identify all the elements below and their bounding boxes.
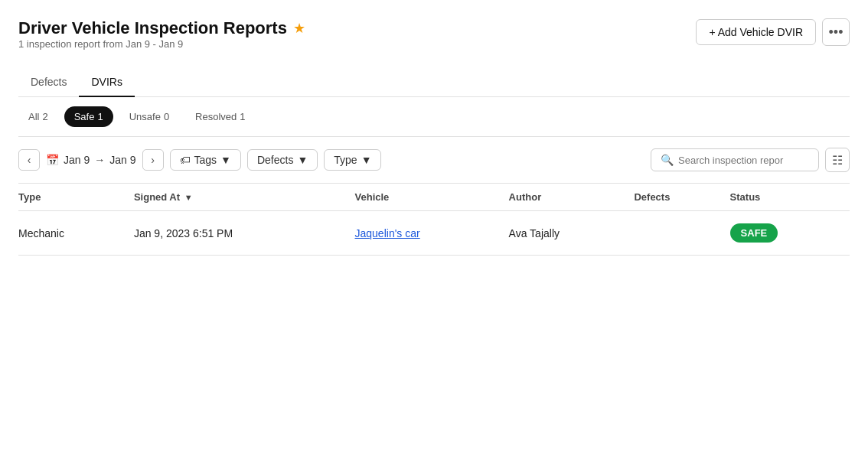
grid-view-button[interactable]: ☷ bbox=[825, 148, 850, 172]
tab-defects[interactable]: Defects bbox=[18, 68, 79, 97]
search-bar[interactable]: 🔍 bbox=[651, 148, 819, 171]
defects-chevron-icon: ▼ bbox=[297, 154, 308, 166]
date-from: Jan 9 bbox=[64, 154, 90, 166]
date-prev-button[interactable]: ‹ bbox=[18, 149, 40, 171]
toolbar: ‹ 📅 Jan 9 → Jan 9 › 🏷 Tags ▼ Defects ▼ T… bbox=[18, 137, 850, 184]
type-dropdown[interactable]: Type ▼ bbox=[324, 149, 381, 171]
filter-resolved-count: 1 bbox=[240, 111, 245, 122]
date-to: Jan 9 bbox=[109, 154, 135, 166]
date-range: 📅 Jan 9 → Jan 9 bbox=[46, 154, 136, 166]
filter-bar: All 2 Safe 1 Unsafe 0 Resolved 1 bbox=[18, 97, 850, 137]
add-vehicle-dvir-button[interactable]: + Add Vehicle DVIR bbox=[696, 19, 816, 45]
cell-vehicle[interactable]: Jaquelin's car bbox=[355, 211, 509, 256]
vehicle-link[interactable]: Jaquelin's car bbox=[355, 227, 420, 239]
star-icon[interactable]: ★ bbox=[293, 20, 305, 37]
col-vehicle: Vehicle bbox=[355, 184, 509, 211]
subtitle: 1 inspection report from Jan 9 - Jan 9 bbox=[18, 38, 305, 50]
defects-dropdown[interactable]: Defects ▼ bbox=[247, 149, 318, 171]
calendar-icon: 📅 bbox=[46, 154, 59, 166]
filter-all-count: 2 bbox=[42, 111, 47, 122]
type-label: Type bbox=[334, 154, 357, 166]
header-actions: + Add Vehicle DVIR ••• bbox=[696, 18, 850, 46]
search-input[interactable] bbox=[678, 155, 809, 166]
filter-safe-count: 1 bbox=[97, 111, 103, 122]
table-header-row: Type Signed At ▼ Vehicle Author Defects … bbox=[18, 184, 850, 211]
type-chevron-icon: ▼ bbox=[361, 154, 372, 166]
grid-icon: ☷ bbox=[832, 153, 843, 168]
defects-label: Defects bbox=[257, 154, 293, 166]
cell-defects bbox=[634, 211, 729, 256]
page-title: Driver Vehicle Inspection Reports bbox=[18, 18, 287, 38]
tab-bar: Defects DVIRs bbox=[18, 68, 850, 97]
filter-all-label: All bbox=[28, 111, 39, 122]
table-row: Mechanic Jan 9, 2023 6:51 PM Jaquelin's … bbox=[18, 211, 850, 256]
filter-all[interactable]: All 2 bbox=[18, 106, 58, 127]
col-signed-at[interactable]: Signed At ▼ bbox=[134, 184, 355, 211]
tags-chevron-icon: ▼ bbox=[220, 154, 231, 166]
tag-icon: 🏷 bbox=[180, 154, 191, 166]
filter-unsafe[interactable]: Unsafe 0 bbox=[119, 106, 179, 127]
filter-resolved[interactable]: Resolved 1 bbox=[185, 106, 255, 127]
date-next-button[interactable]: › bbox=[142, 149, 164, 171]
col-status: Status bbox=[730, 184, 850, 211]
cell-type: Mechanic bbox=[18, 211, 134, 256]
cell-author: Ava Tajally bbox=[509, 211, 635, 256]
tags-dropdown[interactable]: 🏷 Tags ▼ bbox=[170, 149, 241, 171]
cell-status: SAFE bbox=[730, 211, 850, 256]
filter-unsafe-label: Unsafe bbox=[129, 111, 161, 122]
filter-resolved-label: Resolved bbox=[195, 111, 237, 122]
filter-safe[interactable]: Safe 1 bbox=[64, 106, 113, 127]
more-options-button[interactable]: ••• bbox=[822, 18, 850, 46]
col-defects: Defects bbox=[634, 184, 729, 211]
inspection-table: Type Signed At ▼ Vehicle Author Defects … bbox=[18, 184, 850, 256]
tags-label: Tags bbox=[194, 154, 217, 166]
tab-dvirs[interactable]: DVIRs bbox=[79, 68, 134, 97]
filter-safe-label: Safe bbox=[74, 111, 95, 122]
search-icon: 🔍 bbox=[661, 154, 674, 166]
cell-signed-at: Jan 9, 2023 6:51 PM bbox=[134, 211, 355, 256]
status-badge: SAFE bbox=[730, 223, 778, 243]
filter-unsafe-count: 0 bbox=[164, 111, 169, 122]
date-arrow: → bbox=[94, 154, 105, 166]
col-author: Author bbox=[509, 184, 635, 211]
col-type: Type bbox=[18, 184, 134, 211]
sort-arrow-icon: ▼ bbox=[184, 193, 193, 202]
